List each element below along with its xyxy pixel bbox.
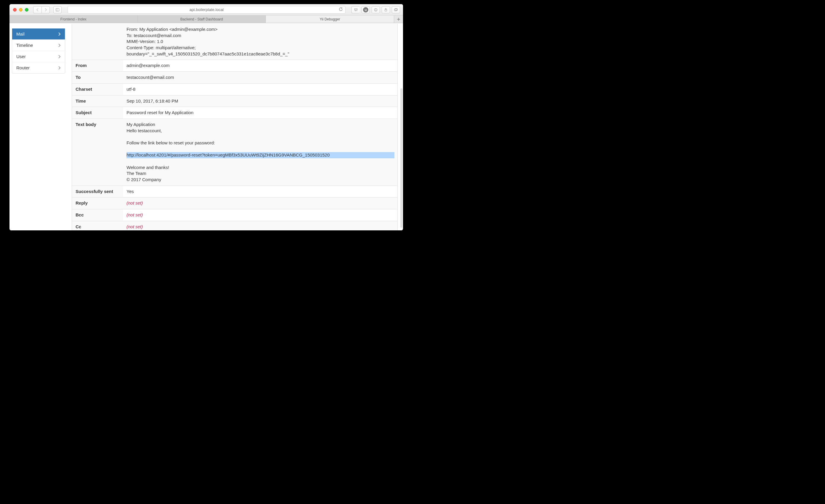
sidebar-item-label: Timeline bbox=[16, 43, 33, 48]
from-label: From bbox=[72, 60, 123, 72]
row-cc: Cc (not set) bbox=[72, 221, 397, 230]
svg-point-3 bbox=[375, 9, 376, 9]
svg-rect-0 bbox=[56, 8, 59, 11]
sidebar-item-label: User bbox=[16, 54, 26, 59]
row-time: Time Sep 10, 2017, 6:18:40 PM bbox=[72, 95, 397, 107]
minimize-window-button[interactable] bbox=[19, 8, 22, 12]
row-text-body: Text body My Application Hello testaccou… bbox=[72, 119, 397, 186]
scrollbar-thumb[interactable] bbox=[400, 88, 402, 228]
subject-value: Password reset for My Application bbox=[123, 107, 397, 119]
tab-debugger[interactable]: Yii Debugger bbox=[266, 15, 394, 23]
ublock-icon: u bbox=[363, 7, 368, 12]
row-subject: Subject Password reset for My Applicatio… bbox=[72, 107, 397, 119]
new-tab-button[interactable] bbox=[394, 15, 403, 23]
successfully-sent-label: Successfully sent bbox=[72, 186, 123, 198]
browser-window: api.boilerplate.local u Frontend bbox=[9, 4, 403, 230]
svg-rect-4 bbox=[375, 9, 376, 11]
mail-detail-panel: From: My Application <admin@example.com>… bbox=[72, 24, 398, 230]
row-reply: Reply (not set) bbox=[72, 198, 397, 209]
back-button[interactable] bbox=[33, 6, 42, 13]
tab-frontend[interactable]: Frontend - Index bbox=[9, 15, 138, 23]
address-bar-url: api.boilerplate.local bbox=[190, 7, 224, 12]
successfully-sent-value: Yes bbox=[123, 186, 397, 198]
chevron-right-icon bbox=[58, 44, 61, 47]
headers-label bbox=[72, 24, 123, 60]
title-bar: api.boilerplate.local u bbox=[9, 4, 403, 15]
sidebar-item-user[interactable]: User bbox=[12, 51, 65, 62]
text-body-value: My Application Hello testaccount, Follow… bbox=[123, 119, 397, 186]
row-bcc: Bcc (not set) bbox=[72, 209, 397, 221]
row-to: To testaccount@email.com bbox=[72, 72, 397, 84]
chevron-right-icon bbox=[58, 66, 61, 70]
debug-sidebar: Mail Timeline User Router bbox=[12, 28, 65, 74]
time-label: Time bbox=[72, 95, 123, 107]
pocket-button[interactable] bbox=[352, 6, 360, 13]
close-window-button[interactable] bbox=[13, 8, 17, 12]
toolbar-right: u bbox=[352, 6, 400, 13]
address-bar[interactable]: api.boilerplate.local bbox=[68, 6, 346, 14]
window-controls bbox=[13, 8, 28, 12]
charset-value: utf-8 bbox=[123, 83, 397, 95]
row-charset: Charset utf-8 bbox=[72, 83, 397, 95]
forward-button[interactable] bbox=[42, 6, 50, 13]
sidebar-item-router[interactable]: Router bbox=[12, 62, 65, 73]
row-headers: From: My Application <admin@example.com>… bbox=[72, 24, 397, 60]
sidebar-item-mail[interactable]: Mail bbox=[12, 28, 65, 40]
tabs-overview-button[interactable] bbox=[392, 6, 400, 13]
subject-label: Subject bbox=[72, 107, 123, 119]
to-label: To bbox=[72, 72, 123, 84]
row-from: From admin@example.com bbox=[72, 60, 397, 72]
ublock-button[interactable]: u bbox=[362, 6, 370, 13]
from-value: admin@example.com bbox=[123, 60, 397, 72]
sidebar-item-timeline[interactable]: Timeline bbox=[12, 40, 65, 51]
reply-label: Reply bbox=[72, 198, 123, 209]
chevron-right-icon bbox=[58, 55, 61, 58]
info-button[interactable] bbox=[372, 6, 380, 13]
nav-button-group bbox=[33, 6, 50, 13]
headers-value: From: My Application <admin@example.com>… bbox=[123, 24, 397, 60]
sidebar-toggle-button[interactable] bbox=[53, 6, 62, 13]
row-successfully-sent: Successfully sent Yes bbox=[72, 186, 397, 198]
reply-value: (not set) bbox=[123, 198, 397, 209]
mail-detail-table: From: My Application <admin@example.com>… bbox=[72, 24, 397, 230]
fullscreen-window-button[interactable] bbox=[25, 8, 28, 12]
share-button[interactable] bbox=[382, 6, 390, 13]
text-body-label: Text body bbox=[72, 119, 123, 186]
time-value: Sep 10, 2017, 6:18:40 PM bbox=[123, 95, 397, 107]
page-viewport: Mail Timeline User Router bbox=[9, 23, 403, 230]
bcc-label: Bcc bbox=[72, 209, 123, 221]
tab-strip: Frontend - Index Backend - Staff Dashboa… bbox=[9, 15, 403, 23]
sidebar-item-label: Router bbox=[16, 65, 30, 70]
page-scroll[interactable]: Mail Timeline User Router bbox=[9, 23, 403, 230]
cc-label: Cc bbox=[72, 221, 123, 230]
reload-icon[interactable] bbox=[339, 7, 343, 12]
reset-link-highlight[interactable]: http://localhost:4201/#/password-reset?t… bbox=[127, 152, 394, 158]
tab-backend[interactable]: Backend - Staff Dashboard bbox=[138, 15, 266, 23]
to-value: testaccount@email.com bbox=[123, 72, 397, 84]
sidebar-item-label: Mail bbox=[16, 31, 24, 37]
cc-value: (not set) bbox=[123, 221, 397, 230]
charset-label: Charset bbox=[72, 83, 123, 95]
chevron-right-icon bbox=[58, 32, 61, 36]
bcc-value: (not set) bbox=[123, 209, 397, 221]
